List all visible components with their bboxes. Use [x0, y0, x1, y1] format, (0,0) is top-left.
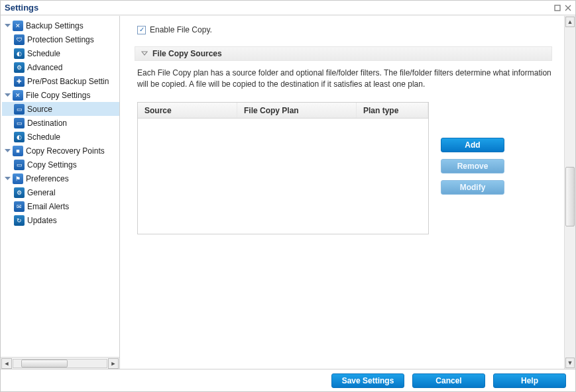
tree-label: File Copy Settings — [26, 91, 90, 100]
source-icon: ▭ — [14, 104, 25, 115]
scroll-track[interactable] — [13, 359, 107, 368]
tree-group-filecopy: ✕ File Copy Settings ▭ Source ▭ Destinat… — [1, 88, 119, 144]
section-header-file-copy-sources[interactable]: File Copy Sources — [135, 46, 552, 61]
help-button[interactable]: Help — [493, 373, 566, 388]
grid-header: Source File Copy Plan Plan type — [138, 103, 428, 119]
main-vertical-scrollbar[interactable]: ▲ ▼ — [564, 16, 575, 369]
window-title: Settings — [5, 3, 38, 13]
collapse-icon[interactable] — [3, 175, 11, 183]
modify-button[interactable]: Modify — [441, 180, 504, 195]
scroll-down-icon[interactable]: ▼ — [565, 358, 575, 368]
schedule-icon: ◐ — [14, 48, 25, 59]
tree-label: Preferences — [26, 174, 69, 183]
tree-group-copyrecovery: ■ Copy Recovery Points ▭ Copy Settings — [1, 144, 119, 172]
tree-item-label: Copy Settings — [27, 160, 77, 170]
tree-label: Backup Settings — [26, 21, 84, 30]
scroll-up-icon[interactable]: ▲ — [565, 17, 575, 27]
copy-settings-icon: ▭ — [14, 160, 25, 170]
body: ✕ Backup Settings 🛡 Protection Settings … — [1, 15, 575, 369]
tree-item-label: Schedule — [27, 132, 60, 142]
backup-settings-icon: ✕ — [13, 21, 23, 31]
titlebar: Settings — [1, 1, 575, 15]
tree-item-label: General — [27, 188, 56, 197]
tree-header-copyrecovery[interactable]: ■ Copy Recovery Points — [2, 144, 119, 158]
recovery-icon: ■ — [13, 146, 23, 156]
protection-icon: 🛡 — [14, 34, 25, 45]
advanced-icon: ⚙ — [14, 62, 25, 73]
tree-item-label: Updates — [27, 216, 57, 225]
add-button[interactable]: Add — [441, 138, 504, 152]
tree-item-label: Protection Settings — [27, 35, 94, 44]
save-settings-button[interactable]: Save Settings — [331, 373, 404, 388]
sidebar-item-schedule[interactable]: ◐ Schedule — [2, 46, 119, 60]
content: Enable File Copy. File Copy Sources Each… — [120, 16, 564, 369]
grid-buttons: Add Remove Modify — [441, 102, 504, 195]
sidebar-horizontal-scrollbar[interactable]: ◄ ► — [1, 357, 119, 369]
scroll-thumb[interactable] — [21, 360, 68, 368]
svg-rect-0 — [555, 5, 560, 11]
enable-file-copy-label: Enable File Copy. — [150, 25, 212, 34]
collapse-icon[interactable] — [3, 22, 11, 30]
preferences-icon: ⚑ — [13, 173, 23, 184]
col-plan[interactable]: File Copy Plan — [237, 103, 357, 118]
schedule-icon: ◐ — [14, 132, 25, 142]
sidebar: ✕ Backup Settings 🛡 Protection Settings … — [1, 16, 120, 369]
sidebar-item-email-alerts[interactable]: ✉ Email Alerts — [2, 199, 119, 213]
tree-item-label: Pre/Post Backup Settin — [27, 77, 109, 86]
sidebar-item-copy-settings[interactable]: ▭ Copy Settings — [2, 158, 119, 172]
grid-row: Source File Copy Plan Plan type Add Remo… — [135, 102, 552, 234]
file-copy-sources-grid[interactable]: Source File Copy Plan Plan type — [137, 102, 429, 234]
tree-label: Copy Recovery Points — [26, 146, 105, 156]
tree-item-label: Email Alerts — [27, 202, 69, 211]
scroll-track[interactable] — [565, 28, 575, 357]
col-source[interactable]: Source — [138, 103, 237, 118]
footer: Save Settings Cancel Help — [1, 369, 575, 391]
email-icon: ✉ — [14, 201, 25, 212]
collapse-icon[interactable] — [3, 91, 11, 99]
window-controls — [553, 3, 573, 13]
tree-item-label: Advanced — [27, 63, 62, 72]
cancel-button[interactable]: Cancel — [412, 373, 485, 388]
section-description: Each File Copy plan has a source folder … — [135, 68, 552, 90]
main-pane: Enable File Copy. File Copy Sources Each… — [120, 16, 575, 369]
destination-icon: ▭ — [14, 118, 25, 128]
general-icon: ⚙ — [14, 187, 25, 198]
tree-header-filecopy[interactable]: ✕ File Copy Settings — [2, 88, 119, 102]
sidebar-item-advanced[interactable]: ⚙ Advanced — [2, 60, 119, 74]
sidebar-item-updates[interactable]: ↻ Updates — [2, 213, 119, 227]
nav-tree: ✕ Backup Settings 🛡 Protection Settings … — [1, 16, 119, 357]
scroll-left-icon[interactable]: ◄ — [1, 358, 12, 369]
settings-window: Settings ✕ Backup Settings 🛡 — [0, 0, 576, 392]
sidebar-item-general[interactable]: ⚙ General — [2, 185, 119, 199]
filecopy-settings-icon: ✕ — [13, 90, 23, 101]
maximize-icon[interactable] — [553, 3, 562, 13]
tree-item-label: Destination — [27, 119, 67, 128]
remove-button[interactable]: Remove — [441, 159, 504, 173]
tree-group-backup: ✕ Backup Settings 🛡 Protection Settings … — [1, 19, 119, 88]
enable-file-copy-checkbox[interactable] — [137, 26, 146, 34]
prepost-icon: ✚ — [14, 76, 25, 87]
tree-header-backup[interactable]: ✕ Backup Settings — [2, 19, 119, 32]
enable-file-copy-row: Enable File Copy. — [137, 25, 552, 34]
col-type[interactable]: Plan type — [357, 103, 428, 118]
sidebar-item-source[interactable]: ▭ Source — [2, 102, 119, 116]
tree-item-label: Source — [27, 105, 52, 114]
collapse-icon[interactable] — [3, 147, 11, 155]
chevron-down-icon — [141, 50, 148, 58]
tree-header-preferences[interactable]: ⚑ Preferences — [2, 172, 119, 185]
close-icon[interactable] — [563, 3, 573, 13]
scroll-thumb[interactable] — [565, 167, 575, 226]
tree-item-label: Schedule — [27, 49, 60, 58]
section-title: File Copy Sources — [152, 49, 222, 58]
sidebar-item-pre-post-backup[interactable]: ✚ Pre/Post Backup Settin — [2, 74, 119, 88]
updates-icon: ↻ — [14, 215, 25, 226]
sidebar-item-destination[interactable]: ▭ Destination — [2, 116, 119, 130]
scroll-right-icon[interactable]: ► — [108, 358, 119, 369]
sidebar-item-filecopy-schedule[interactable]: ◐ Schedule — [2, 130, 119, 144]
sidebar-item-protection-settings[interactable]: 🛡 Protection Settings — [2, 32, 119, 46]
tree-group-preferences: ⚑ Preferences ⚙ General ✉ Email Alerts ↻… — [1, 172, 119, 227]
